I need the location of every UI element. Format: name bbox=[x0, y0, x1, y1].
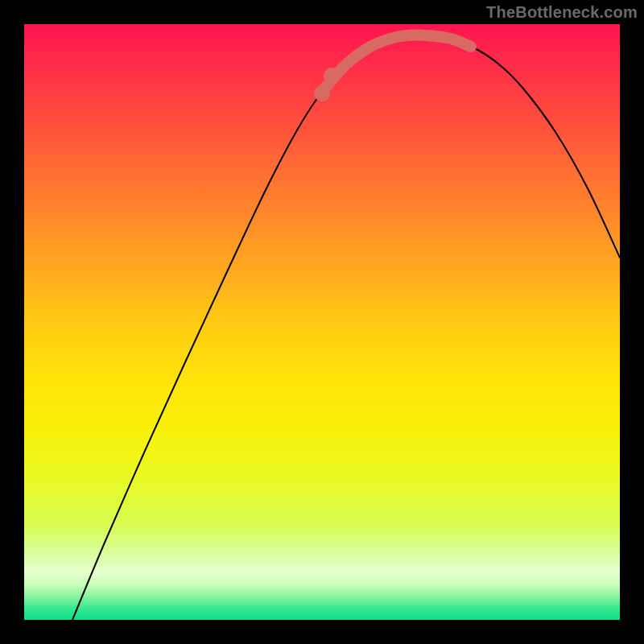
optimal-marker bbox=[324, 68, 340, 84]
chart-frame: TheBottleneck.com bbox=[0, 0, 644, 644]
optimal-zone-highlight bbox=[322, 35, 471, 93]
chart-svg bbox=[24, 24, 620, 620]
bottleneck-curve bbox=[72, 35, 620, 621]
optimal-marker bbox=[314, 85, 330, 101]
watermark-text: TheBottleneck.com bbox=[486, 3, 638, 22]
plot-area bbox=[24, 24, 620, 620]
